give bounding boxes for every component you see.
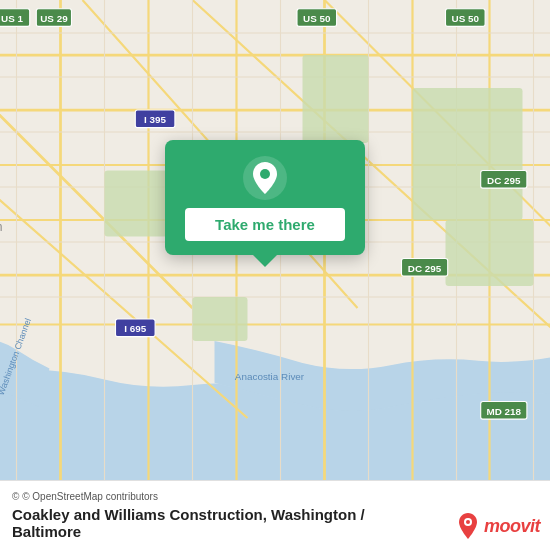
popup-card: Take me there xyxy=(165,140,365,255)
svg-rect-35 xyxy=(193,297,248,341)
osm-link[interactable]: © OpenStreetMap contributors xyxy=(22,491,158,502)
svg-rect-32 xyxy=(303,55,369,143)
svg-text:ton: ton xyxy=(0,220,3,234)
location-name: Coakley and Williams Construction, Washi… xyxy=(12,506,365,523)
svg-text:DC 295: DC 295 xyxy=(487,175,521,186)
svg-text:DC 295: DC 295 xyxy=(408,263,442,274)
map-pin-icon xyxy=(243,156,287,200)
svg-text:I 695: I 695 xyxy=(124,323,146,334)
svg-text:US 29: US 29 xyxy=(40,13,68,24)
svg-rect-34 xyxy=(446,220,534,286)
svg-text:US 1: US 1 xyxy=(1,13,23,24)
moovit-pin-icon xyxy=(456,512,480,540)
svg-text:US 50: US 50 xyxy=(303,13,331,24)
svg-point-58 xyxy=(260,169,270,179)
svg-point-60 xyxy=(466,520,470,524)
location-sub: Baltimore xyxy=(12,523,81,540)
take-me-there-button[interactable]: Take me there xyxy=(185,208,345,241)
svg-text:US 50: US 50 xyxy=(452,13,480,24)
moovit-logo: moovit xyxy=(456,512,540,540)
svg-text:MD 218: MD 218 xyxy=(486,406,521,417)
svg-text:Anacostia River: Anacostia River xyxy=(235,371,305,382)
osm-credit: © © OpenStreetMap contributors xyxy=(12,491,538,502)
map-background: US 1 US 29 US 50 US 50 I 395 I 695 DC 29… xyxy=(0,0,550,550)
map-container: US 1 US 29 US 50 US 50 I 395 I 695 DC 29… xyxy=(0,0,550,550)
svg-text:I 395: I 395 xyxy=(144,114,166,125)
svg-rect-33 xyxy=(413,88,523,220)
osm-symbol: © xyxy=(12,491,19,502)
moovit-brand-text: moovit xyxy=(484,516,540,537)
